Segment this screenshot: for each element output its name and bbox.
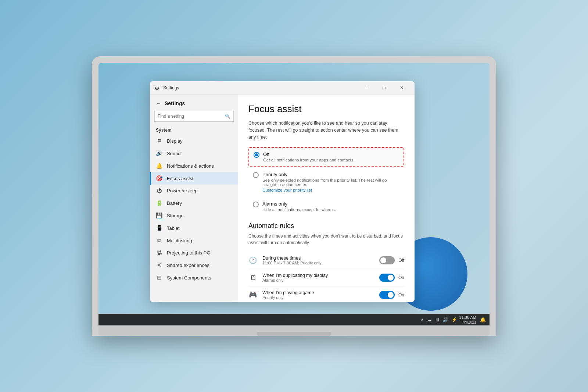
toggle-game[interactable] (379, 291, 395, 299)
toggle-duplicating[interactable] (379, 274, 395, 282)
storage-icon: 💾 (156, 212, 162, 219)
page-description: Choose which notification you'd like to … (248, 120, 404, 140)
sidebar-item-components[interactable]: ⊟ System Components (150, 271, 238, 284)
radio-label-off: Off (263, 152, 355, 157)
close-button[interactable]: ✕ (393, 82, 410, 93)
search-box[interactable]: 🔍 (154, 111, 234, 122)
sidebar-item-projecting[interactable]: 📽 Projecting to this PC (150, 247, 238, 259)
toggle-wrapper-duplicating: On (379, 274, 404, 282)
taskbar: ∧ ☁ 🖥 🔊 ⚡ 11:38 AM 7/9/2021 🔔 (98, 314, 490, 325)
game-icon: 🎮 (248, 291, 257, 299)
multitasking-label: Multitasking (167, 238, 192, 243)
radio-option-priority[interactable]: Priority only See only selected notifica… (248, 168, 404, 196)
radio-label-priority: Priority only (262, 172, 400, 177)
rule-title-game: When I'm playing a game (262, 290, 374, 295)
shared-label: Shared experiences (167, 263, 209, 268)
rule-item-duplicating: 🖥 When I'm duplicating my display Alarms… (248, 269, 404, 286)
radio-circle-alarms (253, 202, 259, 207)
radio-option-alarms[interactable]: Alarms only Hide all notifications, exce… (248, 197, 404, 215)
sound-label: Sound (167, 151, 181, 156)
display-label: Display (167, 138, 183, 144)
sidebar-item-storage[interactable]: 💾 Storage (150, 209, 238, 222)
settings-icon: ⚙ (154, 85, 160, 91)
search-input[interactable] (158, 114, 225, 119)
sidebar-header: ← Settings (150, 97, 238, 109)
radio-content-off: Off Get all notifications from your apps… (263, 152, 355, 162)
radio-content-alarms: Alarms only Hide all notifications, exce… (262, 201, 336, 212)
radio-option-off[interactable]: Off Get all notifications from your apps… (248, 147, 404, 167)
rule-subtitle-duplicating: Alarms only (262, 278, 374, 282)
sidebar-item-focus-assist[interactable]: 🎯 Focus assist (150, 172, 238, 185)
rule-text-during-times: During these times 11:00 PM - 7:00 AM; P… (262, 256, 374, 265)
toggle-during-times[interactable] (379, 256, 395, 264)
taskbar-volume-icon[interactable]: 🔊 (442, 317, 448, 322)
taskbar-icons: ∧ ☁ 🖥 🔊 ⚡ (420, 317, 457, 322)
notifications-label: Notifications & actions (167, 163, 214, 169)
battery-icon: 🔋 (156, 200, 162, 206)
priority-list-link[interactable]: Customize your priority list (262, 188, 400, 192)
radio-desc-alarms: Hide all notifications, except for alarm… (262, 207, 336, 212)
tablet-icon: 📱 (156, 225, 162, 231)
power-sleep-label: Power & sleep (167, 188, 198, 193)
notifications-icon: 🔔 (156, 163, 162, 169)
radio-desc-off: Get all notifications from your apps and… (263, 158, 355, 162)
taskbar-chevron-icon[interactable]: ∧ (420, 317, 424, 322)
toggle-label-duplicating: On (398, 275, 404, 280)
sidebar-item-battery[interactable]: 🔋 Battery (150, 197, 238, 209)
sidebar-item-display[interactable]: 🖥 Display (150, 135, 238, 147)
toggle-wrapper-game: On (379, 291, 404, 299)
radio-circle-priority (253, 172, 259, 178)
radio-group: Off Get all notifications from your apps… (248, 147, 404, 215)
taskbar-time: 11:38 AM (459, 315, 476, 320)
taskbar-date: 7/9/2021 (462, 320, 476, 324)
rule-item-game: 🎮 When I'm playing a game Priority only … (248, 286, 404, 302)
rule-text-game: When I'm playing a game Priority only (262, 290, 374, 300)
taskbar-notification-icon[interactable]: 🔔 (480, 317, 486, 322)
page-title: Focus assist (248, 103, 404, 115)
battery-label: Battery (167, 200, 182, 206)
title-bar-text: Settings (163, 85, 179, 90)
storage-label: Storage (167, 213, 184, 218)
title-bar: ⚙ Settings ─ □ ✕ (150, 81, 415, 95)
projecting-label: Projecting to this PC (167, 250, 210, 256)
toggle-label-during-times: Off (398, 258, 404, 263)
tablet-label: Tablet (167, 225, 180, 231)
automatic-rules-desc: Choose the times and activities when you… (248, 233, 404, 246)
sidebar-item-power-sleep[interactable]: ⏻ Power & sleep (150, 185, 238, 197)
maximize-button[interactable]: □ (376, 82, 392, 93)
radio-content-priority: Priority only See only selected notifica… (262, 172, 400, 192)
sidebar-item-tablet[interactable]: 📱 Tablet (150, 222, 238, 234)
radio-label-alarms: Alarms only (262, 201, 336, 207)
sidebar-item-shared[interactable]: ✕ Shared experiences (150, 259, 238, 271)
radio-circle-off (254, 152, 259, 158)
window-body: ← Settings 🔍 System 🖥 Display 🔊 Sou (150, 95, 415, 302)
minimize-button[interactable]: ─ (358, 82, 375, 93)
sidebar-title: Settings (165, 100, 185, 106)
taskbar-battery-icon[interactable]: ⚡ (451, 317, 457, 322)
taskbar-cloud-icon[interactable]: ☁ (427, 317, 432, 322)
sidebar-item-multitasking[interactable]: ⧉ Multitasking (150, 234, 238, 247)
sound-icon: 🔊 (156, 150, 162, 157)
toggle-label-game: On (398, 292, 404, 297)
back-button[interactable]: ← (156, 100, 161, 106)
focus-assist-icon: 🎯 (156, 175, 162, 182)
toggle-wrapper-during-times: Off (379, 256, 404, 264)
settings-window: ⚙ Settings ─ □ ✕ ← Settings � (150, 81, 415, 302)
sidebar-item-notifications[interactable]: 🔔 Notifications & actions (150, 160, 238, 172)
window-controls: ─ □ ✕ (358, 82, 410, 93)
rule-item-during-times: 🕐 During these times 11:00 PM - 7:00 AM;… (248, 252, 404, 269)
automatic-rules-title: Automatic rules (248, 222, 404, 230)
components-icon: ⊟ (156, 274, 162, 281)
sidebar: ← Settings 🔍 System 🖥 Display 🔊 Sou (150, 95, 238, 302)
system-header: System (150, 126, 238, 135)
taskbar-network-icon[interactable]: 🖥 (435, 317, 440, 322)
rule-subtitle-game: Priority only (262, 295, 374, 300)
radio-desc-priority: See only selected notifications from the… (262, 178, 400, 187)
rule-title-during-times: During these times (262, 256, 374, 261)
main-content: Focus assist Choose which notification y… (238, 95, 415, 302)
shared-icon: ✕ (156, 262, 162, 268)
search-icon: 🔍 (225, 114, 230, 119)
rule-text-duplicating: When I'm duplicating my display Alarms o… (262, 273, 374, 282)
components-label: System Components (167, 275, 211, 281)
sidebar-item-sound[interactable]: 🔊 Sound (150, 147, 238, 160)
